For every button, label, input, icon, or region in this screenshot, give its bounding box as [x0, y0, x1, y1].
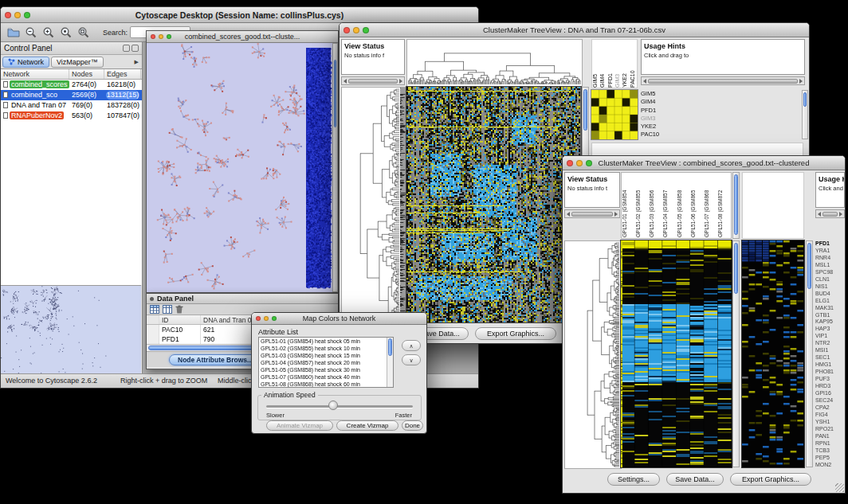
gene-label[interactable]: MSI1 — [815, 347, 845, 354]
scroll-left-arrow-icon[interactable] — [818, 212, 821, 217]
listbox-scrollbar[interactable] — [387, 338, 393, 387]
gene-label[interactable]: TCB3 — [815, 447, 845, 455]
scroll-left-arrow-icon[interactable] — [344, 79, 347, 84]
col-nodes[interactable]: Nodes — [69, 69, 104, 79]
gene-label[interactable]: CPA2 — [815, 404, 845, 412]
gene-label[interactable]: MON2 — [815, 462, 845, 469]
mini-horizontal-scrollbar[interactable] — [341, 76, 405, 85]
matrix-row-label[interactable]: PFD1 — [641, 107, 676, 115]
matrix-labels-scrollbar[interactable] — [802, 90, 808, 139]
gene-label[interactable]: SPC98 — [815, 269, 845, 276]
matrix-row-label[interactable]: GIM5 — [641, 90, 676, 98]
attribute-list-item[interactable]: GPL51-04 (GSM857) heat shock 20 min — [259, 359, 393, 366]
gene-label[interactable]: KAP95 — [815, 318, 845, 326]
gene-label[interactable]: HMG1 — [815, 361, 845, 369]
move-up-button[interactable]: ∧ — [402, 340, 421, 351]
matrix-row-label[interactable]: GIM3 — [641, 115, 676, 123]
minimize-button[interactable] — [159, 34, 163, 39]
scroll-thumb[interactable] — [734, 243, 738, 294]
map-colors-dialog[interactable]: Map Colors to Network Attribute List GPL… — [251, 312, 427, 434]
scroll-thumb[interactable] — [803, 92, 807, 107]
scroll-right-arrow-icon[interactable] — [799, 79, 803, 84]
main-heatmap-canvas[interactable] — [621, 240, 732, 467]
tab-network[interactable]: Network — [2, 57, 49, 68]
create-vizmap-button[interactable]: Create Vizmap — [336, 420, 398, 431]
zoom-button[interactable] — [167, 34, 171, 39]
matrix-row-label[interactable]: YKE2 — [641, 123, 676, 131]
close-button[interactable] — [151, 34, 155, 39]
scroll-thumb[interactable] — [334, 60, 336, 127]
treeview-dna-titlebar[interactable]: ClusterMaker TreeView : DNA and Tran 07-… — [340, 23, 809, 37]
gene-label[interactable]: YSH1 — [815, 419, 845, 426]
network-row[interactable]: DNA and Tran 07 769(0) 183728(0) — [1, 100, 142, 111]
correlation-matrix-canvas[interactable] — [591, 90, 638, 139]
attribute-listbox[interactable]: GPL51-01 (GSM854) heat shock 05 minGPL51… — [258, 337, 394, 388]
scroll-thumb[interactable] — [583, 89, 587, 131]
gene-label[interactable]: VIP1 — [815, 333, 845, 340]
minimize-button[interactable] — [353, 27, 359, 33]
treeview-footer-button[interactable]: Export Graphics... — [475, 327, 556, 340]
gene-label[interactable]: NTR2 — [815, 340, 845, 347]
close-button[interactable] — [5, 12, 11, 18]
mini-horizontal-scrollbar[interactable] — [815, 209, 845, 218]
scroll-thumb[interactable] — [807, 243, 811, 289]
network-view-window[interactable]: combined_scores_good.txt--cluste... — [146, 30, 339, 293]
matrix-row-label[interactable]: GIM4 — [641, 98, 676, 106]
treeview-footer-button[interactable]: Export Graphics... — [730, 473, 811, 486]
minimize-button[interactable] — [264, 316, 269, 321]
gene-label[interactable]: YRA1 — [815, 248, 845, 255]
gene-label[interactable]: BUD4 — [815, 291, 845, 298]
attribute-list-item[interactable]: GPL51-07 (GSM860) heat shock 40 min — [259, 373, 393, 381]
heatmap-column-label[interactable]: GPL51-07 (GSM868 — [704, 173, 717, 238]
scroll-left-arrow-icon[interactable] — [643, 79, 646, 84]
network-window-titlebar[interactable]: combined_scores_good.txt--cluste... — [147, 31, 338, 43]
treeview-footer-button[interactable]: Save Data... — [666, 473, 724, 486]
mini-horizontal-scrollbar[interactable] — [564, 209, 620, 218]
create-attribute-icon[interactable] — [163, 305, 172, 314]
heatmap-column-label[interactable]: GPL51-05 (GSM858 — [677, 173, 690, 238]
zoom-button[interactable] — [363, 27, 369, 33]
zoom-selected-icon[interactable] — [58, 25, 73, 40]
network-vertical-scrollbar[interactable] — [332, 43, 338, 292]
network-overview-canvas[interactable] — [1, 285, 141, 373]
gene-label[interactable]: SEC1 — [815, 354, 845, 361]
zoom-button[interactable] — [272, 316, 277, 321]
gene-label[interactable]: PFD1 — [815, 240, 845, 248]
treeview-combined-titlebar[interactable]: ClusterMaker TreeView : combined_scores_… — [563, 156, 845, 170]
gene-label[interactable]: SEC24 — [815, 397, 845, 404]
attribute-list-item[interactable]: GPL51-01 (GSM854) heat shock 05 min — [259, 338, 393, 345]
gene-label[interactable]: PAN1 — [815, 433, 845, 440]
gene-label[interactable]: ELG1 — [815, 298, 845, 305]
float-panel-icon[interactable] — [123, 45, 130, 52]
scroll-thumb[interactable] — [822, 212, 838, 217]
network-row[interactable]: combined_sco 2569(8) 13112(15) — [1, 90, 142, 100]
mini-horizontal-scrollbar[interactable] — [641, 76, 805, 85]
gene-label[interactable]: HAP3 — [815, 326, 845, 333]
network-row[interactable]: combined_scores 2764(0) 16218(0) — [1, 80, 142, 90]
close-panel-icon[interactable] — [132, 45, 139, 52]
heatmap-column-label[interactable]: GPL51-03 (GSM856 — [649, 173, 662, 238]
select-attributes-icon[interactable] — [150, 305, 159, 314]
secondary-heatmap-scrollbar[interactable] — [806, 240, 813, 467]
row-dendrogram-canvas[interactable] — [341, 87, 406, 324]
col-id[interactable]: ID — [159, 315, 201, 324]
network-row[interactable]: RNAPuberNov2 563(0) 107847(0) — [1, 111, 142, 121]
heatmap-column-label[interactable]: GPL51-08 (GSM872 — [717, 173, 731, 238]
animate-vizmap-button[interactable]: Animate Vizmap — [266, 420, 333, 431]
scroll-thumb[interactable] — [388, 338, 392, 356]
dialog-titlebar[interactable]: Map Colors to Network — [252, 313, 426, 325]
scroll-thumb[interactable] — [148, 346, 268, 350]
gene-label[interactable]: PUF3 — [815, 376, 845, 383]
treeview-combined-window[interactable]: ClusterMaker TreeView : combined_scores_… — [562, 155, 846, 494]
minimize-button[interactable] — [14, 12, 21, 18]
scroll-right-arrow-icon[interactable] — [399, 79, 402, 84]
gene-label[interactable]: FIG4 — [815, 412, 845, 419]
main-titlebar[interactable]: Cytoscape Desktop (Session Name: collins… — [1, 7, 478, 23]
resize-grip[interactable] — [835, 483, 844, 492]
open-session-icon[interactable] — [6, 25, 21, 40]
gene-label[interactable]: PEP5 — [815, 455, 845, 462]
column-labels-scrollbar[interactable] — [732, 172, 740, 239]
zoom-out-icon[interactable] — [23, 25, 38, 40]
minimize-button[interactable] — [576, 160, 583, 166]
scroll-right-arrow-icon[interactable] — [614, 212, 618, 217]
